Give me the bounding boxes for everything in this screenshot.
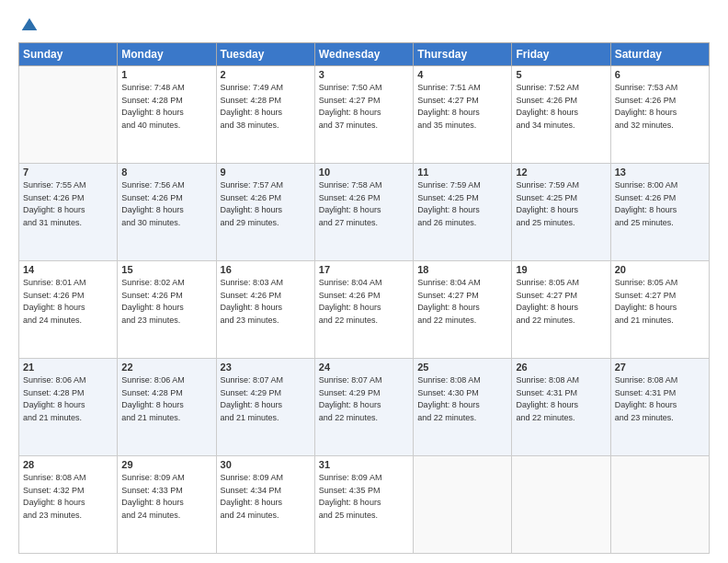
sunset-text: Sunset: 4:29 PM <box>319 388 381 397</box>
day-info: Sunrise: 8:04 AMSunset: 4:26 PMDaylight:… <box>319 277 409 327</box>
day-number: 25 <box>417 362 507 373</box>
day-number: 9 <box>221 167 311 178</box>
daylight-text: Daylight: 8 hours <box>319 400 381 409</box>
week-row-3: 14Sunrise: 8:01 AMSunset: 4:26 PMDayligh… <box>19 261 710 359</box>
day-info: Sunrise: 8:08 AMSunset: 4:32 PMDaylight:… <box>23 472 113 522</box>
day-number: 28 <box>23 459 113 470</box>
sunrise-text: Sunrise: 7:49 AM <box>221 83 284 92</box>
daylight-text: Daylight: 8 hours <box>221 400 283 409</box>
day-number: 16 <box>221 264 311 275</box>
daylight-text-2: and 24 minutes. <box>23 316 82 325</box>
day-number: 19 <box>516 264 606 275</box>
sunrise-text: Sunrise: 8:08 AM <box>417 375 481 385</box>
sunset-text: Sunset: 4:25 PM <box>516 193 577 202</box>
day-info: Sunrise: 7:55 AMSunset: 4:26 PMDaylight:… <box>23 179 113 229</box>
sunset-text: Sunset: 4:33 PM <box>121 486 183 495</box>
calendar-cell: 30Sunrise: 8:09 AMSunset: 4:34 PMDayligh… <box>216 456 314 554</box>
day-number: 24 <box>319 362 409 373</box>
calendar-cell: 22Sunrise: 8:06 AMSunset: 4:28 PMDayligh… <box>118 359 216 456</box>
sunset-text: Sunset: 4:35 PM <box>319 486 381 495</box>
daylight-text-2: and 23 minutes. <box>121 316 180 325</box>
day-info: Sunrise: 8:06 AMSunset: 4:28 PMDaylight:… <box>23 374 113 424</box>
weekday-header-wednesday: Wednesday <box>314 43 413 66</box>
day-info: Sunrise: 8:02 AMSunset: 4:26 PMDaylight:… <box>121 277 211 327</box>
day-number: 8 <box>121 167 211 178</box>
daylight-text: Daylight: 8 hours <box>615 108 677 117</box>
day-info: Sunrise: 7:49 AMSunset: 4:28 PMDaylight:… <box>221 82 311 132</box>
daylight-text-2: and 38 minutes. <box>221 121 279 130</box>
sunrise-text: Sunrise: 8:04 AM <box>319 278 382 287</box>
daylight-text: Daylight: 8 hours <box>319 498 381 507</box>
daylight-text-2: and 22 minutes. <box>516 413 574 422</box>
weekday-header-row: SundayMondayTuesdayWednesdayThursdayFrid… <box>19 43 710 66</box>
page: SundayMondayTuesdayWednesdayThursdayFrid… <box>0 0 728 563</box>
daylight-text: Daylight: 8 hours <box>516 303 578 312</box>
day-number: 31 <box>319 459 409 470</box>
calendar-cell: 25Sunrise: 8:08 AMSunset: 4:30 PMDayligh… <box>414 359 512 456</box>
sunset-text: Sunset: 4:28 PM <box>121 96 183 105</box>
daylight-text-2: and 21 minutes. <box>121 413 180 422</box>
calendar-cell: 2Sunrise: 7:49 AMSunset: 4:28 PMDaylight… <box>216 66 314 164</box>
day-number: 2 <box>221 69 311 80</box>
daylight-text: Daylight: 8 hours <box>417 303 480 312</box>
calendar-cell: 15Sunrise: 8:02 AMSunset: 4:26 PMDayligh… <box>118 261 216 359</box>
calendar-cell <box>19 66 118 164</box>
daylight-text-2: and 37 minutes. <box>319 121 378 130</box>
sunset-text: Sunset: 4:26 PM <box>23 193 85 202</box>
calendar-cell: 20Sunrise: 8:05 AMSunset: 4:27 PMDayligh… <box>610 261 709 359</box>
day-info: Sunrise: 8:09 AMSunset: 4:34 PMDaylight:… <box>221 472 311 522</box>
sunrise-text: Sunrise: 7:53 AM <box>615 83 678 92</box>
sunrise-text: Sunrise: 8:05 AM <box>615 278 678 287</box>
calendar-table: SundayMondayTuesdayWednesdayThursdayFrid… <box>18 42 710 554</box>
daylight-text-2: and 22 minutes. <box>417 413 476 422</box>
sunrise-text: Sunrise: 7:59 AM <box>417 180 481 190</box>
daylight-text: Daylight: 8 hours <box>615 303 677 312</box>
sunset-text: Sunset: 4:27 PM <box>615 291 677 300</box>
day-number: 18 <box>417 264 507 275</box>
calendar-cell: 23Sunrise: 8:07 AMSunset: 4:29 PMDayligh… <box>216 359 314 456</box>
daylight-text-2: and 23 minutes. <box>615 413 674 422</box>
sunset-text: Sunset: 4:26 PM <box>319 193 381 202</box>
sunset-text: Sunset: 4:28 PM <box>23 388 85 397</box>
sunrise-text: Sunrise: 8:09 AM <box>319 473 382 482</box>
daylight-text: Daylight: 8 hours <box>516 108 578 117</box>
week-row-2: 7Sunrise: 7:55 AMSunset: 4:26 PMDaylight… <box>19 164 710 261</box>
sunset-text: Sunset: 4:31 PM <box>516 388 577 397</box>
sunset-text: Sunset: 4:26 PM <box>615 193 677 202</box>
calendar-cell: 16Sunrise: 8:03 AMSunset: 4:26 PMDayligh… <box>216 261 314 359</box>
day-info: Sunrise: 8:08 AMSunset: 4:30 PMDaylight:… <box>417 374 507 424</box>
sunset-text: Sunset: 4:26 PM <box>121 291 183 300</box>
daylight-text: Daylight: 8 hours <box>417 108 480 117</box>
sunrise-text: Sunrise: 8:01 AM <box>23 278 86 287</box>
calendar-cell: 6Sunrise: 7:53 AMSunset: 4:26 PMDaylight… <box>610 66 709 164</box>
daylight-text: Daylight: 8 hours <box>121 108 184 117</box>
sunset-text: Sunset: 4:27 PM <box>417 291 479 300</box>
day-info: Sunrise: 8:09 AMSunset: 4:33 PMDaylight:… <box>121 472 211 522</box>
daylight-text-2: and 40 minutes. <box>121 121 180 130</box>
calendar-cell: 18Sunrise: 8:04 AMSunset: 4:27 PMDayligh… <box>414 261 512 359</box>
daylight-text: Daylight: 8 hours <box>23 498 85 507</box>
daylight-text: Daylight: 8 hours <box>121 498 184 507</box>
calendar-cell: 29Sunrise: 8:09 AMSunset: 4:33 PMDayligh… <box>118 456 216 554</box>
day-info: Sunrise: 7:57 AMSunset: 4:26 PMDaylight:… <box>221 179 311 229</box>
logo <box>18 17 39 35</box>
day-info: Sunrise: 7:52 AMSunset: 4:26 PMDaylight:… <box>516 82 606 132</box>
logo-icon <box>20 17 39 35</box>
sunrise-text: Sunrise: 8:08 AM <box>615 375 678 385</box>
daylight-text: Daylight: 8 hours <box>319 205 381 214</box>
sunrise-text: Sunrise: 8:09 AM <box>221 473 284 482</box>
calendar-cell: 26Sunrise: 8:08 AMSunset: 4:31 PMDayligh… <box>512 359 610 456</box>
weekday-header-monday: Monday <box>118 43 216 66</box>
daylight-text-2: and 35 minutes. <box>417 121 476 130</box>
calendar-cell: 8Sunrise: 7:56 AMSunset: 4:26 PMDaylight… <box>118 164 216 261</box>
sunrise-text: Sunrise: 7:57 AM <box>221 180 284 190</box>
day-number: 13 <box>615 167 705 178</box>
sunset-text: Sunset: 4:26 PM <box>516 96 577 105</box>
svg-marker-0 <box>22 18 38 30</box>
sunset-text: Sunset: 4:32 PM <box>23 486 85 495</box>
calendar-cell: 28Sunrise: 8:08 AMSunset: 4:32 PMDayligh… <box>19 456 118 554</box>
day-number: 15 <box>121 264 211 275</box>
day-number: 26 <box>516 362 606 373</box>
sunrise-text: Sunrise: 7:58 AM <box>319 180 382 190</box>
day-info: Sunrise: 8:03 AMSunset: 4:26 PMDaylight:… <box>221 277 311 327</box>
